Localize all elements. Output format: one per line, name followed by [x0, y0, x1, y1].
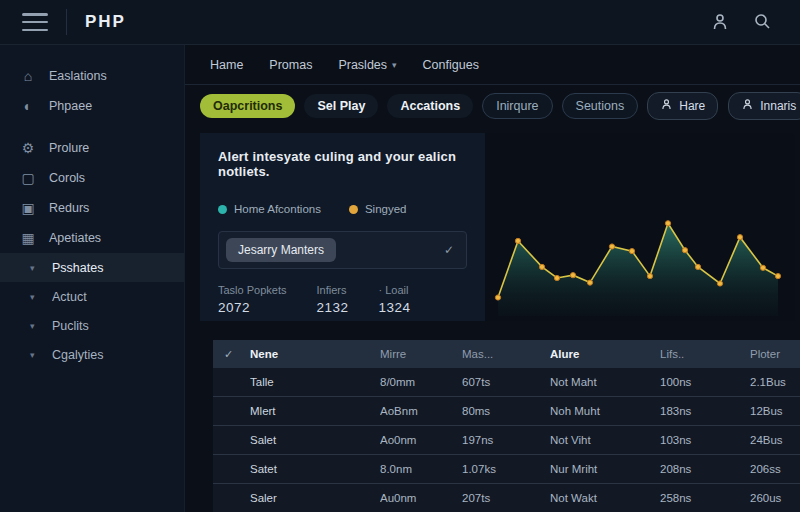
nav-link-label: Configues: [423, 58, 479, 72]
nav-link-label: Promas: [269, 58, 312, 72]
table-row[interactable]: SaletAo0nm197nsNot Viht103ns24Bus: [213, 426, 800, 455]
pie-chart-icon: ◐: [18, 98, 38, 114]
topbar-divider: [66, 9, 67, 35]
column-header-lifs[interactable]: Lifs..: [660, 348, 750, 360]
stat-taslopopkets: Taslo Popkets2072: [218, 284, 286, 315]
sidebar-item-label: Phpaee: [49, 99, 92, 113]
table-icon: ▦: [18, 230, 38, 246]
tab-oapcritions[interactable]: Oapcritions: [200, 94, 295, 118]
stat-value: 1324: [379, 300, 411, 315]
table-row[interactable]: Talle8/0mm607tsNot Maht100ns2.1Bus: [213, 368, 800, 397]
sidebar-subitem-psshates[interactable]: ▾Psshates: [0, 253, 184, 282]
tab-sel-play[interactable]: Sel Play: [304, 94, 378, 118]
sidebar-subitem-puclits[interactable]: ▾Puclits: [0, 311, 184, 340]
manager-select[interactable]: Jesarry Manters ✓: [218, 231, 467, 269]
table-cell: 258ns: [660, 492, 750, 504]
hare-button[interactable]: Hare: [647, 92, 718, 120]
tab-accations[interactable]: Accations: [387, 94, 473, 118]
top-nav: HamePromasPrasldes▾Configues: [185, 45, 800, 85]
table-cell: 100ns: [660, 376, 750, 388]
table-cell: 207ts: [462, 492, 550, 504]
table-cell: 12Bus: [750, 405, 800, 417]
table-cell: 208ns: [660, 463, 750, 475]
sidebar-item-redurs[interactable]: ▣Redurs: [0, 193, 184, 223]
action-button-label: Hare: [679, 99, 705, 113]
sidebar-item-corols[interactable]: ▢Corols: [0, 163, 184, 193]
table-cell: Ao0nm: [380, 434, 462, 446]
nav-link-promas[interactable]: Promas: [269, 58, 312, 72]
table-cell: Noh Muht: [550, 405, 660, 417]
table-row[interactable]: MlertAoBnm80msNoh Muht183ns12Bus: [213, 397, 800, 426]
check-icon: ✓: [444, 243, 454, 257]
legend-dot: [218, 205, 227, 214]
tab-seutions[interactable]: Seutions: [562, 93, 639, 119]
sidebar-subitem-actuct[interactable]: ▾Actuct: [0, 282, 184, 311]
table-cell: Not Maht: [550, 376, 660, 388]
sidebar-item-prolure[interactable]: ⚙Prolure: [0, 133, 184, 163]
legend-dot: [349, 205, 358, 214]
column-header-mas[interactable]: Mas...: [462, 348, 550, 360]
chevron-down-icon: ▾: [392, 60, 397, 70]
table-cell: Salet: [250, 434, 380, 446]
sidebar-subitem-label: Puclits: [52, 319, 89, 333]
sidebar-item-easlations[interactable]: ⌂Easlations: [0, 61, 184, 91]
area-chart: [485, 133, 795, 321]
legend-item-singyed[interactable]: Singyed: [349, 203, 407, 215]
select-all-checkbox[interactable]: ✓: [213, 348, 250, 361]
sidebar-subitem-label: Actuct: [52, 290, 87, 304]
table-cell: 607ts: [462, 376, 550, 388]
area-chart-svg: [485, 194, 795, 319]
table-header-row: ✓NeneMirreMas...AlureLifs..Ploter: [213, 340, 800, 368]
table-cell: Not Wakt: [550, 492, 660, 504]
stat-value: 2132: [316, 300, 348, 315]
stat-label: · Loail: [379, 284, 411, 296]
legend-item-home-afcontions[interactable]: Home Afcontions: [218, 203, 321, 215]
stats-row: Taslo Popkets2072Infiers2132· Loail1324: [218, 284, 467, 315]
box-icon: ▢: [18, 170, 38, 186]
sidebar-subitem-cgalyties[interactable]: ▾Cgalyties: [0, 340, 184, 369]
nav-link-hame[interactable]: Hame: [210, 58, 243, 72]
table-cell: 103ns: [660, 434, 750, 446]
column-header-nene[interactable]: Nene: [250, 348, 380, 360]
data-table: ✓NeneMirreMas...AlureLifs..PloterTalle8/…: [213, 340, 800, 512]
sidebar-item-apetiates[interactable]: ▦Apetiates: [0, 223, 184, 253]
files-icon: ▣: [18, 200, 38, 216]
table-cell: Mlert: [250, 405, 380, 417]
nav-link-configues[interactable]: Configues: [423, 58, 479, 72]
sidebar-item-phpaee[interactable]: ◐Phpaee: [0, 91, 184, 121]
table-cell: Saler: [250, 492, 380, 504]
column-header-ploter[interactable]: Ploter: [750, 348, 800, 360]
chevron-down-icon: ▾: [30, 292, 46, 302]
user-icon: [660, 98, 673, 114]
table-cell: 8/0mm: [380, 376, 462, 388]
chevron-down-icon: ▾: [30, 321, 46, 331]
tab-bar: OapcritionsSel PlayAccationsInirqureSeut…: [185, 85, 800, 127]
table-row[interactable]: SalerAu0nm207tsNot Wakt258ns260us: [213, 484, 800, 512]
top-bar: PHP: [0, 0, 800, 45]
sidebar-item-label: Apetiates: [49, 231, 101, 245]
sidebar: ⌂Easlations◐Phpaee⚙Prolure▢Corols▣Redurs…: [0, 45, 185, 512]
tab-inirqure[interactable]: Inirqure: [482, 93, 552, 119]
table-cell: AoBnm: [380, 405, 462, 417]
stat-value: 2072: [218, 300, 286, 315]
gear-icon: ⚙: [18, 140, 38, 156]
table-row[interactable]: Satet8.0nm1.07ksNur Mriht208ns206ss: [213, 455, 800, 484]
table-cell: Au0nm: [380, 492, 462, 504]
nav-link-prasldes[interactable]: Prasldes▾: [338, 58, 396, 72]
sidebar-item-label: Easlations: [49, 69, 107, 83]
nav-link-label: Prasldes: [338, 58, 387, 72]
user-icon[interactable]: [710, 12, 730, 32]
innaris-button[interactable]: Innaris: [728, 92, 800, 120]
table-cell: Not Viht: [550, 434, 660, 446]
chevron-down-icon: ▾: [30, 263, 46, 273]
column-header-mirre[interactable]: Mirre: [380, 348, 462, 360]
sidebar-item-label: Prolure: [49, 141, 89, 155]
app-logo: PHP: [85, 12, 126, 32]
table-cell: 183ns: [660, 405, 750, 417]
table-cell: 80ms: [462, 405, 550, 417]
sidebar-item-label: Redurs: [49, 201, 89, 215]
table-cell: 197ns: [462, 434, 550, 446]
column-header-alure[interactable]: Alure: [550, 348, 660, 360]
search-icon[interactable]: [752, 12, 772, 32]
hamburger-menu-icon[interactable]: [22, 13, 48, 31]
